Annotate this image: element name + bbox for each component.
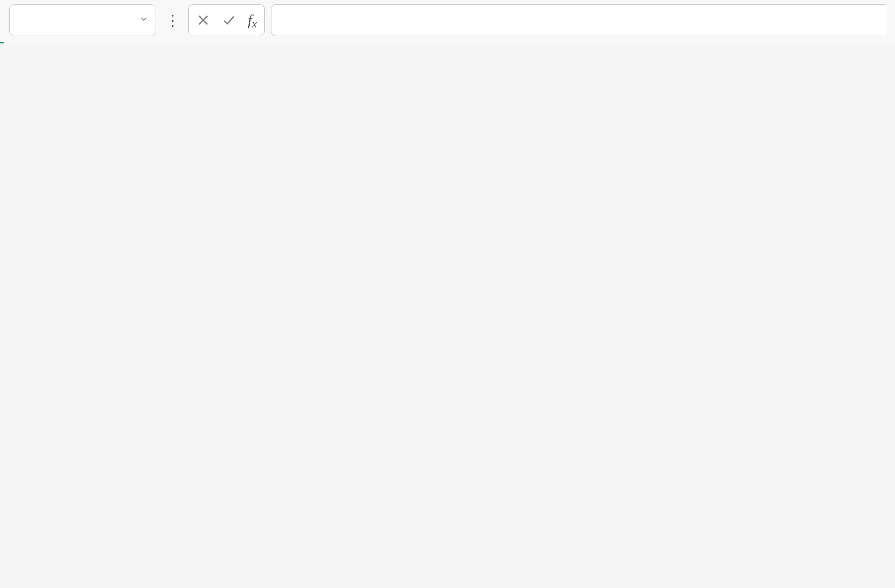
formula-controls: fx <box>188 4 265 36</box>
accept-icon[interactable] <box>222 13 236 27</box>
chevron-down-icon[interactable] <box>139 13 150 27</box>
formula-bar: ⋮ fx <box>0 0 895 43</box>
fx-icon[interactable]: fx <box>248 11 257 29</box>
more-options-icon[interactable]: ⋮ <box>162 12 182 29</box>
name-box[interactable] <box>9 4 156 36</box>
cancel-icon[interactable] <box>196 13 210 27</box>
formula-input[interactable] <box>271 4 886 36</box>
